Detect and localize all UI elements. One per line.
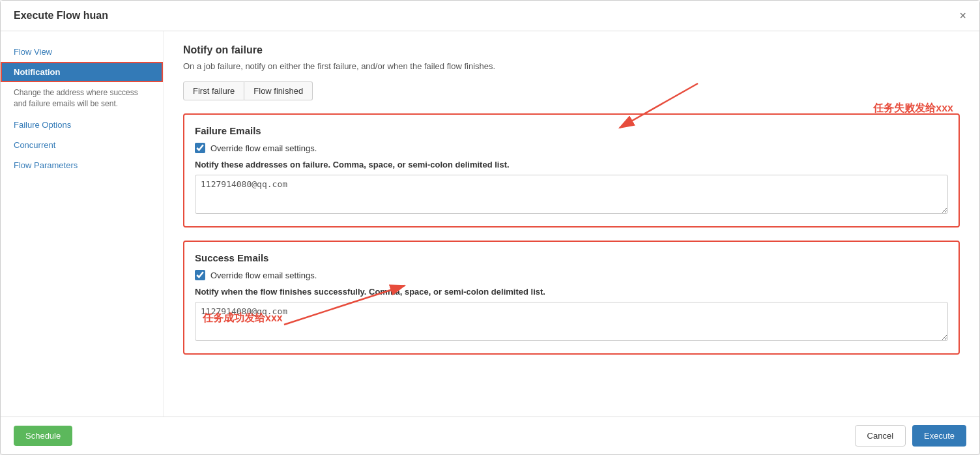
failure-notify-label: Notify these addresses on failure. Comma… xyxy=(195,160,948,169)
sidebar-item-flow-parameters[interactable]: Flow Parameters xyxy=(1,155,163,175)
success-override-checkbox[interactable] xyxy=(195,270,205,280)
toggle-flow-finished[interactable]: Flow finished xyxy=(244,81,313,100)
schedule-button[interactable]: Schedule xyxy=(14,426,72,446)
failure-emails-title: Failure Emails xyxy=(195,125,948,136)
footer-right-buttons: Cancel Execute xyxy=(855,425,966,447)
notify-failure-title: Notify on failure xyxy=(183,44,960,56)
sidebar-item-concurrent[interactable]: Concurrent xyxy=(1,135,163,155)
success-override-row: Override flow email settings. xyxy=(195,270,948,280)
sidebar-item-notification[interactable]: Notification xyxy=(1,62,163,82)
execute-flow-dialog: Execute Flow huan × Flow View Notificati… xyxy=(0,0,980,455)
main-content: Notify on failure On a job failure, noti… xyxy=(164,31,979,417)
failure-override-checkbox[interactable] xyxy=(195,143,205,153)
close-button[interactable]: × xyxy=(959,10,966,22)
failure-email-textarea[interactable]: 1127914080@qq.com xyxy=(195,175,948,214)
success-email-textarea[interactable]: 1127914080@qq.com xyxy=(195,302,948,341)
success-notify-label: Notify when the flow finishes successful… xyxy=(195,287,948,297)
sidebar: Flow View Notification Change the addres… xyxy=(1,31,164,417)
notify-failure-desc: On a job failure, notify on either the f… xyxy=(183,61,960,71)
sidebar-item-flow-view[interactable]: Flow View xyxy=(1,42,163,62)
failure-emails-section: Failure Emails Override flow email setti… xyxy=(183,113,960,228)
cancel-button[interactable]: Cancel xyxy=(855,425,906,447)
failure-override-label: Override flow email settings. xyxy=(210,143,317,153)
toggle-buttons: First failure Flow finished xyxy=(183,81,960,100)
success-emails-title: Success Emails xyxy=(195,252,948,263)
success-override-label: Override flow email settings. xyxy=(210,271,317,280)
sidebar-description: Change the address where success and fai… xyxy=(1,82,163,115)
dialog-footer: Schedule Cancel Execute xyxy=(1,417,979,454)
execute-button[interactable]: Execute xyxy=(912,425,966,447)
toggle-first-failure[interactable]: First failure xyxy=(183,81,244,100)
dialog-title: Execute Flow huan xyxy=(14,10,108,22)
sidebar-item-failure-options[interactable]: Failure Options xyxy=(1,115,163,135)
dialog-header: Execute Flow huan × xyxy=(1,1,979,31)
failure-override-row: Override flow email settings. xyxy=(195,143,948,153)
success-emails-section: Success Emails Override flow email setti… xyxy=(183,241,960,355)
dialog-body: Flow View Notification Change the addres… xyxy=(1,31,979,417)
